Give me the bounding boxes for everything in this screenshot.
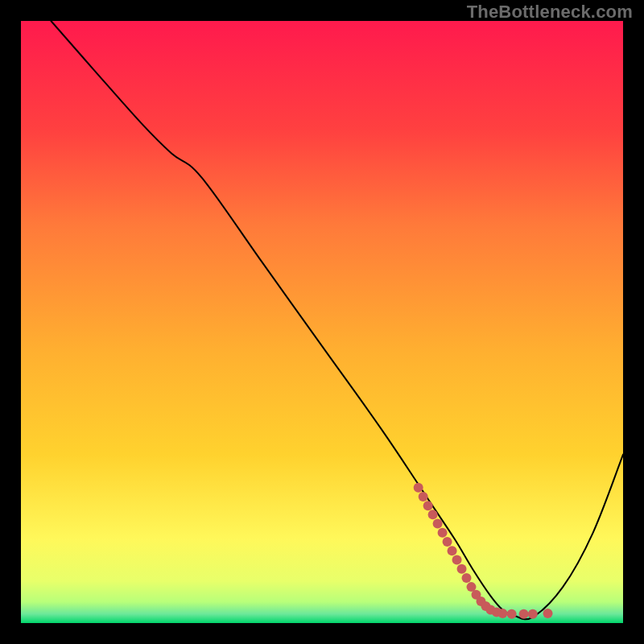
highlight-dot [428,510,438,519]
highlight-dot [543,609,553,618]
highlight-dot [457,564,467,574]
highlight-dot [528,609,538,619]
highlight-dot [433,519,443,529]
gradient-background [21,21,623,623]
highlight-dot [448,546,457,555]
chart-svg [21,21,623,623]
highlight-dot [452,555,462,564]
highlight-dot [423,501,433,510]
highlight-dot [443,537,452,547]
highlight-dot [438,528,448,538]
chart-container: TheBottleneck.com [0,0,644,644]
highlight-dot [462,573,472,583]
highlight-dot [414,483,423,493]
highlight-dot [507,609,517,619]
plot-area [21,21,623,623]
watermark-text: TheBottleneck.com [467,2,633,23]
highlight-dot [497,609,507,618]
highlight-dot [519,609,529,619]
highlight-dot [419,492,428,502]
